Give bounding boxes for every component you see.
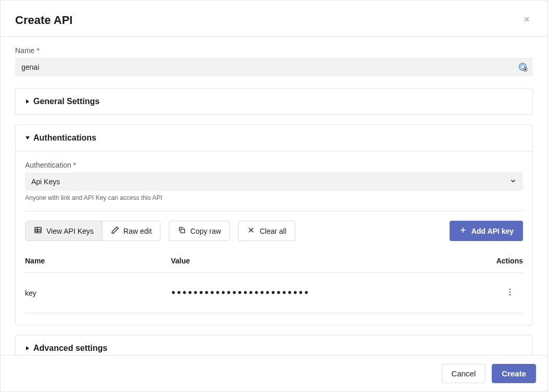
svg-point-18 xyxy=(509,292,511,293)
authentication-label: Authentication * xyxy=(25,161,523,169)
key-name-cell: key xyxy=(25,289,171,297)
svg-point-19 xyxy=(509,294,511,296)
modal-title: Create API xyxy=(15,14,72,27)
raw-edit-button[interactable]: Raw edit xyxy=(102,221,160,241)
advanced-settings-title: Advanced settings xyxy=(33,344,107,353)
api-keys-table: Name Value Actions key •••••••••••••••••… xyxy=(25,249,523,313)
clear-all-label: Clear all xyxy=(259,227,286,235)
add-api-key-button[interactable]: Add API key xyxy=(450,221,523,241)
plus-icon xyxy=(459,226,467,236)
copy-raw-label: Copy raw xyxy=(190,227,221,235)
svg-marker-6 xyxy=(26,99,29,104)
row-actions xyxy=(471,284,523,301)
add-api-key-label: Add API key xyxy=(471,227,514,235)
col-header-name: Name xyxy=(25,257,171,265)
keys-toolbar: View API Keys Raw edit xyxy=(25,221,523,241)
svg-rect-5 xyxy=(525,69,526,70)
modal-footer: Cancel Create xyxy=(1,355,547,391)
more-vertical-icon xyxy=(505,287,515,298)
pencil-icon xyxy=(111,226,119,236)
table-icon xyxy=(34,226,42,236)
svg-rect-8 xyxy=(35,227,41,233)
caret-right-icon xyxy=(25,99,30,104)
authentication-help-text: Anyone with link and API Key can access … xyxy=(25,194,523,201)
general-settings-panel: General Settings xyxy=(15,88,533,115)
create-api-modal: Create API Name * xyxy=(0,0,548,392)
authentications-panel: Authentications Authentication * Api Key… xyxy=(15,124,533,325)
modal-body: Name * General Settings xyxy=(1,37,547,355)
svg-marker-7 xyxy=(26,136,30,140)
caret-right-icon xyxy=(25,346,30,351)
svg-point-17 xyxy=(509,288,511,290)
clear-all-button[interactable]: Clear all xyxy=(238,221,295,241)
modal-header: Create API xyxy=(1,1,547,37)
close-icon xyxy=(522,15,531,25)
advanced-settings-panel: Advanced settings xyxy=(15,335,533,355)
general-settings-title: General Settings xyxy=(33,97,99,106)
name-input[interactable] xyxy=(15,58,533,77)
x-icon xyxy=(247,226,255,236)
authentications-header[interactable]: Authentications xyxy=(16,125,532,151)
col-header-actions: Actions xyxy=(471,257,523,265)
col-header-value: Value xyxy=(171,257,471,265)
general-settings-header[interactable]: General Settings xyxy=(16,88,532,115)
key-value-cell: ••••••••••••••••••••••••• xyxy=(171,288,471,298)
name-label: Name * xyxy=(15,46,533,55)
table-row: key ••••••••••••••••••••••••• xyxy=(25,273,523,313)
view-api-keys-button[interactable]: View API Keys xyxy=(26,221,102,241)
table-header: Name Value Actions xyxy=(25,249,523,273)
create-button[interactable]: Create xyxy=(492,364,536,383)
raw-edit-label: Raw edit xyxy=(123,227,152,235)
name-input-wrap xyxy=(15,58,533,77)
advanced-settings-header[interactable]: Advanced settings xyxy=(16,335,532,355)
view-edit-group: View API Keys Raw edit xyxy=(25,221,160,241)
copy-raw-button[interactable]: Copy raw xyxy=(169,221,230,241)
divider xyxy=(25,211,523,211)
row-menu-button[interactable] xyxy=(502,284,518,301)
close-button[interactable] xyxy=(520,13,533,27)
authentication-select-wrap: Api Keys xyxy=(25,172,523,191)
view-api-keys-label: View API Keys xyxy=(46,227,94,235)
svg-rect-12 xyxy=(181,229,184,233)
caret-down-icon xyxy=(25,135,30,141)
cancel-button[interactable]: Cancel xyxy=(442,364,486,383)
authentication-select[interactable]: Api Keys xyxy=(25,172,523,191)
authentications-title: Authentications xyxy=(33,133,96,143)
input-lock-icon xyxy=(518,62,528,72)
svg-marker-20 xyxy=(26,346,29,350)
authentications-body: Authentication * Api Keys Anyone with li… xyxy=(16,151,532,325)
copy-icon xyxy=(178,226,186,236)
